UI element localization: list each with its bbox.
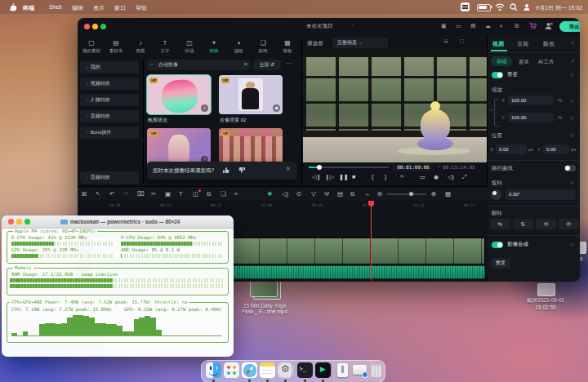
keyframe-icon[interactable]: ◇ <box>570 114 574 120</box>
tab-my-media[interactable]: ▢我的素材 <box>79 38 104 60</box>
terminal-titlebar[interactable]: macbookair — powermetrics · sudo — 80×24 <box>2 215 234 229</box>
dock-trash-icon[interactable] <box>368 362 384 378</box>
subtabs-chevron-icon[interactable]: › <box>572 58 573 64</box>
minimize-button[interactable] <box>92 24 98 29</box>
menu-app-name[interactable]: 终端 <box>23 4 34 12</box>
theme-icon[interactable]: ◐ <box>500 23 503 29</box>
seek-bar[interactable] <box>309 167 389 168</box>
menu-edit[interactable]: 编辑 <box>72 4 83 12</box>
position-y-field[interactable]: 0.00 <box>543 144 569 154</box>
tab-color[interactable]: 颜色 <box>543 40 555 48</box>
shortcut-icon[interactable]: ⌸ <box>444 38 448 45</box>
dock-safari-icon[interactable] <box>242 362 257 378</box>
menu-shell[interactable]: Shell <box>49 4 62 10</box>
reset-button[interactable]: 重置 <box>491 258 510 269</box>
zoom-slider-handle[interactable] <box>409 192 413 196</box>
composite-toggle[interactable] <box>492 242 503 248</box>
feedback-icon[interactable]: ▣ <box>441 23 447 29</box>
sidebar-item-audio-fx-2[interactable]: 音频特效 <box>80 171 139 184</box>
export-button[interactable]: 导出 ⌄ <box>559 21 580 32</box>
terminal-window[interactable]: macbookair — powermetrics · sudo — 80×24… <box>2 215 234 357</box>
project-settings-icon[interactable]: ◔ <box>350 23 354 28</box>
text-tool-icon[interactable]: T <box>179 190 183 198</box>
minimize-button[interactable] <box>16 219 22 224</box>
sticker-tool-icon[interactable]: ❏ <box>220 190 226 198</box>
crop-icon[interactable]: ▣ <box>165 190 171 198</box>
render-preview-icon[interactable]: ❖ <box>267 190 273 198</box>
sidebar-item-video-fx[interactable]: 视频特效 <box>80 78 139 90</box>
split-view-icon[interactable]: ⧉ <box>350 190 354 198</box>
keyframe-icon[interactable]: ◇ <box>570 131 574 137</box>
dock-finder-icon[interactable] <box>206 362 221 378</box>
auto-ripple-icon[interactable]: ↔ <box>364 190 371 198</box>
sidebar-item-mine[interactable]: 我的 <box>80 61 139 73</box>
tab-transition[interactable]: ◫转场 <box>177 38 202 60</box>
link-scale-lock-icon[interactable]: ⎓ <box>489 108 493 113</box>
rotate-cw-button[interactable]: ⟳ <box>559 219 579 229</box>
close-button[interactable] <box>8 219 14 224</box>
more-tools-icon[interactable]: » <box>234 190 238 198</box>
flip-horizontal-button[interactable]: ⇆ <box>490 219 510 229</box>
effect-item-2[interactable]: VIP ◉ <box>219 75 283 114</box>
subtab-ai-tools[interactable]: AI工具 <box>538 59 554 66</box>
mark-in-button[interactable]: { <box>372 174 373 180</box>
spotlight-icon[interactable] <box>510 3 518 11</box>
more-options-icon[interactable]: ⋯ <box>286 60 292 67</box>
tab-templates[interactable]: ▦模板 <box>275 38 300 60</box>
fullscreen-button[interactable]: ⤢ <box>462 174 467 180</box>
dock-notes-icon[interactable] <box>260 362 275 378</box>
copy-icon[interactable]: ⧉ <box>207 190 211 198</box>
select-tool-icon[interactable]: ↖ <box>96 190 100 198</box>
stop-button[interactable]: ■ <box>352 174 355 180</box>
redo-icon[interactable]: ↷ <box>123 190 128 198</box>
tab-audio[interactable]: ♪音频 <box>128 38 153 60</box>
search-input[interactable]: ⌕ 自动抠像 <box>147 60 250 70</box>
mask-icon[interactable]: ◫ <box>193 190 198 198</box>
sidebar-item-boris[interactable]: Boris插件 <box>80 127 139 139</box>
tab-stock[interactable]: ▤素材库 <box>104 38 128 60</box>
effect-item-4[interactable]: VIP <box>219 128 283 166</box>
apple-menu[interactable] <box>10 3 17 11</box>
display-icon[interactable]: ▭ <box>456 23 461 29</box>
dock-minimized-window-icon[interactable] <box>352 362 368 378</box>
tab-audio-props[interactable]: 音频 <box>517 40 528 48</box>
delete-icon[interactable]: ⌧ <box>137 190 145 198</box>
effect-item-1[interactable]: VIP + <box>147 75 211 114</box>
thumbs-down-icon[interactable] <box>238 167 246 174</box>
keyframe-icon[interactable]: ◇ <box>570 97 574 103</box>
keyframe-icon[interactable]: ◇ <box>570 241 574 247</box>
dock-terminal-icon[interactable]: >_ <box>297 362 313 378</box>
yoga-file-label[interactable]: 15 Min Daily YogaFlow _ E...tine.mp4 <box>230 303 299 314</box>
subtitle-icon[interactable]: ▤ <box>337 190 343 198</box>
wifi-icon[interactable] <box>495 3 505 11</box>
account-icon[interactable] <box>545 22 553 30</box>
scale-x-field[interactable]: 100.00 <box>508 96 554 105</box>
user-status-icon[interactable] <box>523 3 532 11</box>
media-panel-icon[interactable]: ⊞ <box>82 190 87 198</box>
cloud-icon[interactable]: ☁ <box>485 23 491 29</box>
dock-launchpad-icon[interactable] <box>224 362 239 378</box>
subtab-basic[interactable]: 基础 <box>491 56 512 66</box>
clear-search-icon[interactable]: ✕ <box>243 61 248 68</box>
zoom-button[interactable] <box>100 24 106 29</box>
toast-close-icon[interactable]: ✕ <box>286 166 291 172</box>
transform-toggle[interactable] <box>492 72 503 78</box>
marker-button[interactable]: ⚑ <box>399 174 404 180</box>
tab-effects[interactable]: ✦特效 <box>202 38 226 60</box>
rotate-ccw-button[interactable]: ⟲ <box>536 219 556 229</box>
zoom-button[interactable] <box>24 219 30 224</box>
battery-icon[interactable] <box>477 4 491 11</box>
tabs-chevron-icon[interactable]: › <box>572 40 573 46</box>
sidebar-item-people-fx[interactable]: 人物特效 <box>80 94 139 106</box>
effect-item-3[interactable]: VIP ◔ <box>147 128 211 166</box>
undo-icon[interactable]: ↶ <box>109 190 114 198</box>
mark-out-button[interactable]: } <box>385 174 386 180</box>
menu-clock[interactable]: 9月1日 周一 15:02 <box>536 4 582 12</box>
input-source-icon[interactable] <box>461 2 470 11</box>
scale-y-field[interactable]: 100.00 <box>508 113 554 122</box>
tab-text[interactable]: T文字 <box>153 38 177 60</box>
compare-icon[interactable]: ⛶ <box>460 38 464 45</box>
zoom-out-icon[interactable]: ⊖ <box>377 190 382 198</box>
layout-icon[interactable]: ⊞ <box>514 23 519 29</box>
tab-stickers[interactable]: ❏贴纸 <box>251 38 275 60</box>
